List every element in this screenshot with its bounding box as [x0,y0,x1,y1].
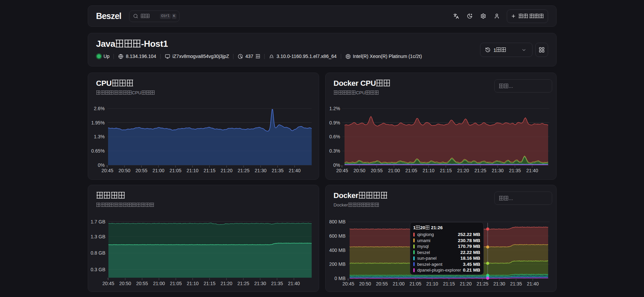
svg-text:21:20: 21:20 [460,281,472,286]
svg-text:21:30: 21:30 [254,168,266,173]
svg-text:21:20: 21:20 [220,281,232,286]
svg-text:21:15: 21:15 [443,281,455,286]
svg-text:21:35: 21:35 [510,281,522,286]
svg-text:21:40: 21:40 [526,168,538,173]
svg-text:20:50: 20:50 [353,168,365,173]
svg-text:800 MB: 800 MB [329,219,345,224]
svg-text:0%: 0% [98,162,104,168]
svg-text:21:00: 21:00 [393,281,404,286]
svg-text:21:20: 21:20 [457,168,469,173]
svg-text:20:45: 20:45 [336,168,348,173]
svg-text:21:10: 21:10 [426,281,438,286]
svg-text:0.9%: 0.9% [329,120,340,125]
svg-text:21:40: 21:40 [527,281,539,286]
svg-text:21:25: 21:25 [237,281,249,286]
svg-text:21:25: 21:25 [474,168,486,173]
svg-text:20:55: 20:55 [136,281,148,286]
svg-text:21:05: 21:05 [409,281,421,286]
svg-text:200 MB: 200 MB [329,261,345,267]
svg-text:400 MB: 400 MB [329,248,345,253]
svg-text:21:05: 21:05 [169,168,181,173]
svg-text:21:10: 21:10 [186,168,198,173]
svg-text:20:55: 20:55 [376,281,388,286]
svg-text:0.3 GB: 0.3 GB [90,267,105,272]
svg-text:21:00: 21:00 [388,168,400,173]
svg-text:21:10: 21:10 [422,168,434,173]
svg-text:21:05: 21:05 [405,168,417,173]
svg-text:21:30: 21:30 [493,281,505,286]
svg-text:20:50: 20:50 [359,281,371,286]
svg-text:0.6%: 0.6% [329,134,340,139]
svg-text:21:00: 21:00 [153,281,165,286]
svg-text:1.7 GB: 1.7 GB [90,219,105,224]
svg-text:0.65%: 0.65% [91,148,105,154]
svg-text:21:00: 21:00 [152,168,164,173]
svg-text:1.2%: 1.2% [329,106,340,111]
svg-text:0%: 0% [333,162,340,168]
svg-text:21:30: 21:30 [492,168,503,173]
svg-text:1.3 GB: 1.3 GB [90,234,105,239]
svg-text:21:30: 21:30 [254,281,266,286]
svg-text:20:45: 20:45 [342,281,354,286]
svg-text:2.6%: 2.6% [94,106,105,111]
svg-text:21:35: 21:35 [509,168,521,173]
svg-text:21:15: 21:15 [204,281,215,286]
svg-text:1.3%: 1.3% [94,134,105,139]
svg-text:21:15: 21:15 [440,168,452,173]
svg-text:0 MB: 0 MB [334,276,346,281]
svg-text:20:45: 20:45 [102,281,114,286]
svg-text:21:20: 21:20 [221,168,232,173]
svg-text:20:55: 20:55 [371,168,382,173]
svg-text:21:40: 21:40 [289,168,300,173]
svg-text:0.8 GB: 0.8 GB [90,250,105,256]
svg-text:21:25: 21:25 [476,281,488,286]
svg-text:20:50: 20:50 [119,281,131,286]
svg-text:20:50: 20:50 [118,168,130,173]
svg-text:21:35: 21:35 [271,168,283,173]
svg-text:21:10: 21:10 [187,281,199,286]
svg-text:21:15: 21:15 [203,168,215,173]
svg-text:21:05: 21:05 [170,281,182,286]
svg-text:21:25: 21:25 [237,168,249,173]
svg-text:1.95%: 1.95% [91,120,105,125]
svg-text:21:35: 21:35 [271,281,283,286]
svg-text:0.3%: 0.3% [329,148,340,154]
svg-text:20:55: 20:55 [135,168,147,173]
svg-text:600 MB: 600 MB [329,233,345,239]
svg-text:20:45: 20:45 [101,168,113,173]
svg-text:21:40: 21:40 [288,281,300,286]
